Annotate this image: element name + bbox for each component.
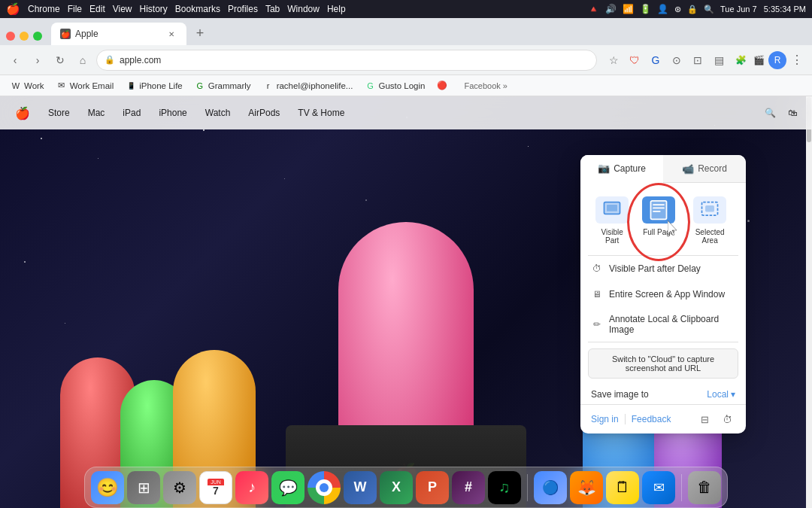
apple-menu[interactable]: 🍎	[6, 2, 20, 16]
bookmark-gusto[interactable]: G Gusto Login	[360, 79, 429, 93]
sidebar-icon[interactable]: ▤	[710, 51, 728, 69]
wifi-icon[interactable]: 📶	[623, 4, 634, 14]
apple-nav-tv[interactable]: TV & Home	[298, 108, 344, 118]
option-selected-area[interactable]: Selected Area	[681, 192, 738, 249]
selected-area-icon	[693, 196, 726, 224]
menu-help[interactable]: Help	[327, 4, 346, 14]
bookmark-grammarly[interactable]: G Grammarly	[190, 79, 256, 93]
back-button[interactable]: ‹	[6, 51, 24, 69]
tab-close-button[interactable]: ✕	[165, 28, 177, 40]
apple-nav-airpods[interactable]: AirPods	[248, 108, 280, 118]
dock-calendar[interactable]: JUN 7	[199, 471, 232, 504]
apple-nav-watch[interactable]: Watch	[205, 108, 231, 118]
settings-icon[interactable]: ⏱	[719, 411, 735, 427]
bookmark-iphonelife[interactable]: 📱 iPhone Life	[121, 79, 187, 93]
close-button[interactable]	[6, 32, 15, 41]
extensions-button[interactable]: 🧩	[732, 52, 749, 68]
dock-finder[interactable]: 😊	[91, 471, 124, 504]
grammarly-ext-icon[interactable]: G	[647, 51, 665, 69]
home-button[interactable]: ⌂	[74, 51, 92, 69]
menu-item-annotate[interactable]: ✏ Annotate Local & Clipboard Image	[580, 307, 746, 342]
dock-notes[interactable]: 🗒	[606, 471, 639, 504]
menu-item-entire-screen[interactable]: 🖥 Entire Screen & App Window	[580, 281, 746, 307]
more-menu-button[interactable]: ⋮	[788, 51, 806, 69]
new-tab-button[interactable]: +	[189, 23, 211, 44]
minimize-button[interactable]	[20, 32, 29, 41]
search-icon[interactable]: 🔍	[704, 5, 714, 14]
active-tab[interactable]: 🍎 Apple ✕	[51, 23, 186, 45]
apple-search-icon[interactable]: 🔍	[765, 108, 776, 118]
dock-launchpad[interactable]: ⊞	[127, 471, 160, 504]
bookmark-grammarly-label: Grammarly	[208, 81, 251, 90]
bookmarks-bar: W Work ✉ Work Email 📱 iPhone Life G Gram…	[0, 75, 812, 96]
page-scrollbar[interactable]	[806, 96, 812, 508]
svg-rect-2	[607, 205, 617, 211]
dock-powerpoint[interactable]: P	[416, 471, 449, 504]
dock-chrome[interactable]	[308, 471, 341, 504]
apple-bag-icon[interactable]: 🛍	[788, 108, 797, 118]
bookmark-star-icon[interactable]: ☆	[604, 51, 623, 69]
save-location-dropdown[interactable]: Local ▾	[707, 389, 735, 400]
dock-messages[interactable]: 💬	[271, 471, 304, 504]
save-location-value: Local	[707, 389, 729, 400]
bluetooth-icon[interactable]: ⊛	[674, 5, 681, 14]
menu-bar-right: 🔺 🔊 📶 🔋 👤 ⊛ 🔒 🔍 Tue Jun 7 5:35:34 PM	[588, 4, 806, 14]
bookmark-rachel-favicon: r	[263, 81, 274, 91]
menu-window[interactable]: Window	[287, 4, 320, 14]
url-input[interactable]: 🔒 apple.com	[96, 50, 597, 71]
screencastify-icon[interactable]: 🎬	[750, 52, 767, 68]
menu-profiles[interactable]: Profiles	[228, 4, 258, 14]
menu-history[interactable]: History	[140, 4, 168, 14]
dock-word[interactable]: W	[344, 471, 377, 504]
bookmark-work-email[interactable]: ✉ Work Email	[52, 79, 119, 93]
dock-spotify[interactable]: ♫	[488, 471, 521, 504]
bookmark-work[interactable]: W Work	[6, 79, 49, 93]
dock-slack[interactable]: #	[452, 471, 485, 504]
tab-capture[interactable]: 📷 Capture	[580, 155, 663, 183]
colorpicker-icon[interactable]: ⊙	[668, 51, 686, 69]
dock-music[interactable]: ♪	[235, 471, 268, 504]
forward-button[interactable]: ›	[29, 51, 47, 69]
apple-nav-iphone[interactable]: iPhone	[159, 108, 186, 118]
tab-record[interactable]: 📹 Record	[663, 155, 746, 182]
option-full-page[interactable]: Full Page	[636, 192, 681, 249]
bookmark-work-label: Work	[24, 81, 44, 90]
dock-settings[interactable]: ⚙	[163, 471, 196, 504]
volume-icon[interactable]: 🔊	[605, 4, 617, 14]
option-visible-part[interactable]: Visible Part	[588, 192, 636, 249]
bookmark-iphonelife-favicon: 📱	[126, 81, 136, 91]
menu-chrome[interactable]: Chrome	[28, 4, 60, 14]
dock-finder-2[interactable]: 🔵	[534, 471, 567, 504]
capture-tab-icon: 📷	[598, 163, 610, 174]
sign-in-link[interactable]: Sign in	[591, 414, 619, 424]
record-tab-label: Record	[698, 163, 727, 174]
bookmark-extra[interactable]: 🔴	[432, 79, 452, 93]
menu-item-visible-delay[interactable]: ⏱ Visible Part after Delay	[580, 256, 746, 281]
menu-file[interactable]: File	[68, 4, 82, 14]
bookmark-rachel[interactable]: r rachel@iphonelife...	[259, 79, 358, 93]
cast-icon[interactable]: ⊡	[689, 51, 707, 69]
user-icon[interactable]: 👤	[657, 4, 668, 14]
adblock-icon[interactable]: 🛡	[626, 51, 644, 69]
dock-excel[interactable]: X	[380, 471, 413, 504]
bookmarks-more-button[interactable]: Facebook »	[461, 80, 510, 92]
menu-bookmarks[interactable]: Bookmarks	[175, 4, 220, 14]
dock-firefox[interactable]: 🦊	[570, 471, 603, 504]
feedback-link[interactable]: Feedback	[632, 414, 671, 424]
menu-edit[interactable]: Edit	[89, 4, 105, 14]
menu-tab[interactable]: Tab	[265, 4, 280, 14]
apple-nav-mac[interactable]: Mac	[88, 108, 105, 118]
cloud-switch-button[interactable]: Switch to "Cloud" to capture screenshot …	[588, 348, 738, 379]
reload-button[interactable]: ↻	[51, 51, 69, 69]
apple-nav-store[interactable]: Store	[48, 108, 70, 118]
traffic-lights	[6, 32, 42, 41]
menu-bar-left: 🍎 Chrome File Edit View History Bookmark…	[6, 2, 346, 16]
fullscreen-button[interactable]	[33, 32, 42, 41]
dock-trash[interactable]: 🗑	[688, 471, 721, 504]
apple-nav-ipad[interactable]: iPad	[123, 108, 141, 118]
dock-mail[interactable]: ✉	[642, 471, 675, 504]
menu-view[interactable]: View	[113, 4, 132, 14]
tab-title: Apple	[75, 29, 98, 39]
gallery-icon[interactable]: ⊟	[696, 411, 713, 427]
profile-avatar[interactable]: R	[768, 51, 786, 69]
